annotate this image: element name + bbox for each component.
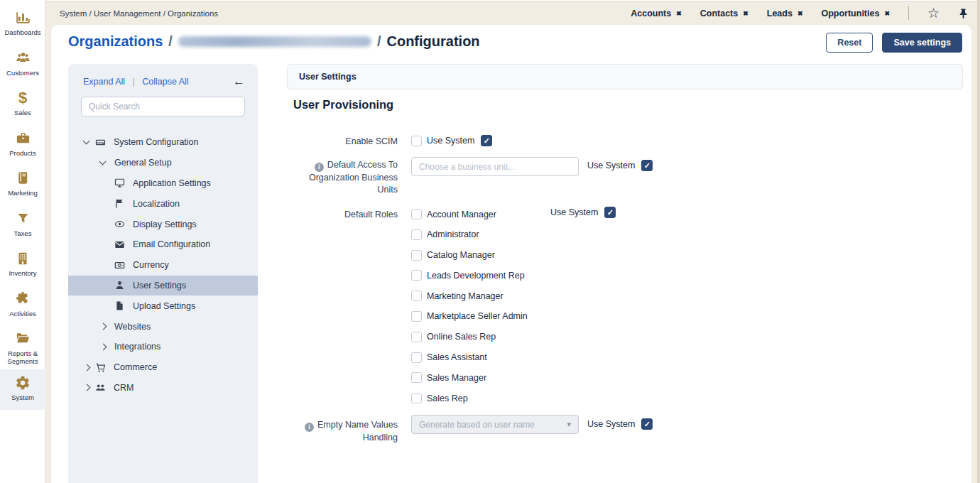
building-icon — [15, 249, 31, 267]
role-checkbox[interactable] — [411, 332, 422, 342]
role-row[interactable]: Sales Assistant — [411, 352, 528, 363]
chevron-right-icon[interactable] — [100, 343, 107, 350]
tree-item-label: General Setup — [114, 158, 172, 168]
info-icon[interactable]: i — [305, 423, 314, 432]
pinned-tab-leads[interactable]: Leads✖ — [767, 9, 803, 18]
sidebar-item-customers[interactable]: Customers — [0, 45, 45, 85]
save-settings-button[interactable]: Save settings — [882, 33, 962, 53]
role-row[interactable]: Marketplace Seller Admin — [411, 311, 528, 322]
reset-button[interactable]: Reset — [826, 33, 873, 53]
pinned-tab-label: Leads — [767, 9, 793, 18]
tree-item-email-configuration[interactable]: Email Configuration — [68, 234, 258, 255]
expand-all-link[interactable]: Expand All — [83, 77, 125, 87]
chevron-down-icon[interactable] — [99, 158, 107, 165]
sidebar-item-reports-segments[interactable]: Reports & Segments — [0, 325, 45, 369]
role-label: Sales Assistant — [427, 352, 487, 362]
use-system-checkbox[interactable]: ✓ — [641, 160, 653, 171]
quick-search-input[interactable] — [81, 97, 245, 116]
role-checkbox[interactable] — [411, 270, 422, 281]
pinned-tab-label: Accounts — [631, 9, 671, 18]
sidebar-item-system[interactable]: System — [0, 369, 45, 410]
close-icon[interactable]: ✖ — [743, 10, 748, 17]
pin-icon[interactable] — [958, 8, 969, 19]
sidebar-item-taxes[interactable]: Taxes — [0, 205, 45, 246]
book-icon — [15, 169, 31, 187]
tree-item-system-configuration[interactable]: System Configuration — [68, 132, 258, 153]
role-row[interactable]: Online Sales Rep — [411, 332, 528, 342]
chevron-down-icon[interactable] — [83, 137, 90, 144]
pinned-tab-accounts[interactable]: Accounts✖ — [631, 9, 682, 18]
title-separator: / — [377, 33, 381, 50]
close-icon[interactable]: ✖ — [884, 10, 890, 17]
sidebar-item-sales[interactable]: $ Sales — [0, 85, 45, 125]
role-checkbox[interactable] — [411, 352, 422, 363]
close-icon[interactable]: ✖ — [676, 10, 682, 17]
use-system-checkbox[interactable]: ✓ — [641, 418, 653, 430]
topbar: System / User Management / Organizations… — [45, 2, 977, 24]
role-row[interactable]: Account Manager — [411, 209, 528, 219]
top-edge-strip — [45, 0, 980, 2]
collapse-all-link[interactable]: Collapse All — [142, 77, 188, 87]
section-header: User Settings — [287, 64, 963, 89]
close-icon[interactable]: ✖ — [797, 10, 803, 17]
right-edge-scroll-strip[interactable] — [977, 0, 980, 483]
cart-icon — [95, 362, 114, 373]
pinned-tab-label: Contacts — [700, 9, 738, 18]
sidebar-item-label: Sales — [14, 109, 31, 116]
business-unit-input[interactable] — [411, 157, 579, 176]
tree-item-label: Websites — [114, 322, 151, 332]
tree-item-commerce[interactable]: Commerce — [68, 357, 258, 378]
use-system-checkbox[interactable]: ✓ — [604, 207, 616, 218]
favorite-star-icon[interactable]: ☆ — [927, 6, 940, 20]
page-title-organizations-link[interactable]: Organizations — [68, 33, 163, 50]
role-checkbox[interactable] — [411, 393, 422, 403]
use-system-checkbox[interactable]: ✓ — [481, 135, 492, 146]
role-row[interactable]: Leads Development Rep — [411, 270, 528, 281]
info-icon[interactable]: i — [315, 163, 324, 172]
chevron-right-icon[interactable] — [100, 323, 107, 330]
tree-item-display-settings[interactable]: Display Settings — [68, 214, 258, 234]
tree-item-currency[interactable]: Currency — [68, 255, 258, 276]
role-checkbox[interactable] — [411, 372, 422, 383]
role-label: Sales Rep — [427, 394, 468, 403]
tree-item-general-setup[interactable]: General Setup — [68, 153, 258, 173]
collapse-panel-arrow-icon[interactable]: ← — [233, 75, 245, 87]
tree-item-application-settings[interactable]: Application Settings — [68, 173, 258, 194]
tree-item-websites[interactable]: Websites — [68, 316, 258, 337]
sidebar-item-inventory[interactable]: Inventory — [0, 245, 45, 286]
sidebar-item-dashboards[interactable]: Dashboards — [0, 4, 45, 45]
hdd-icon — [95, 137, 114, 148]
role-row[interactable]: Catalog Manager — [411, 250, 528, 261]
chevron-right-icon[interactable] — [84, 384, 91, 391]
role-row[interactable]: Sales Manager — [411, 372, 528, 383]
role-checkbox[interactable] — [411, 250, 422, 261]
role-checkbox[interactable] — [411, 209, 422, 219]
role-checkbox[interactable] — [411, 229, 422, 240]
tree-item-label: Email Configuration — [133, 239, 210, 249]
enable-scim-checkbox[interactable] — [411, 136, 422, 146]
empty-name-select[interactable]: Generate based on user name ▾ — [411, 415, 579, 434]
role-row[interactable]: Marketing Manager — [411, 291, 528, 301]
sidebar-item-marketing[interactable]: Marketing — [0, 165, 45, 205]
sidebar-item-label: Activities — [9, 310, 36, 318]
role-row[interactable]: Administrator — [411, 229, 528, 240]
pinned-tab-opportunities[interactable]: Opportunities✖ — [821, 9, 890, 18]
pinned-tab-contacts[interactable]: Contacts✖ — [700, 9, 748, 18]
tree-item-integrations[interactable]: Integrations — [68, 337, 258, 357]
tree-item-localization[interactable]: Localization — [68, 193, 258, 214]
breadcrumb[interactable]: System / User Management / Organizations — [60, 9, 218, 18]
tree-item-upload-settings[interactable]: Upload Settings — [68, 295, 258, 316]
use-system-label: Use System — [587, 161, 635, 170]
caret-down-icon: ▾ — [567, 420, 571, 429]
role-checkbox[interactable] — [411, 291, 422, 301]
link-divider: | — [133, 77, 135, 87]
sidebar-item-activities[interactable]: Activities — [0, 286, 45, 326]
main-menu-sidebar: Dashboards Customers $ Sales Products Ma… — [0, 0, 45, 483]
role-checkbox[interactable] — [411, 311, 422, 322]
tree-item-crm[interactable]: CRM — [68, 378, 258, 398]
sidebar-item-products[interactable]: Products — [0, 125, 45, 165]
role-row[interactable]: Sales Rep — [411, 393, 528, 403]
tree-item-user-settings[interactable]: User Settings — [68, 276, 258, 296]
tree-item-label: Display Settings — [133, 219, 197, 229]
chevron-right-icon[interactable] — [84, 364, 91, 371]
